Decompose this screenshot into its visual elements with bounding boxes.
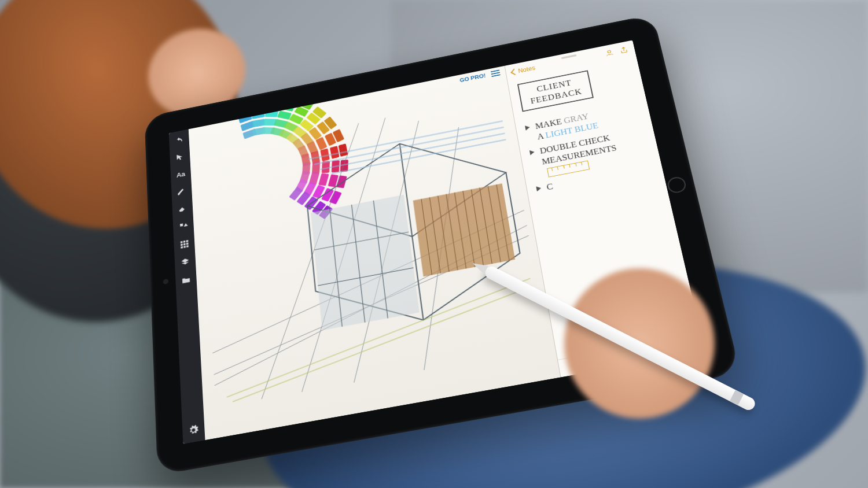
note-title-box: CLIENT FEEDBACK	[517, 71, 594, 112]
svg-line-27	[318, 268, 413, 286]
svg-line-28	[223, 279, 541, 397]
notes-back-button[interactable]: Notes	[511, 65, 536, 76]
svg-point-30	[608, 50, 611, 53]
drawing-app[interactable]: Aa GO PRO!	[169, 66, 560, 444]
settings-icon[interactable]	[187, 423, 200, 438]
svg-rect-22	[311, 195, 420, 330]
chevron-left-icon	[510, 69, 518, 75]
share-icon[interactable]	[618, 45, 630, 56]
photo-scene: Aa GO PRO!	[0, 0, 868, 488]
people-icon[interactable]	[604, 48, 615, 58]
notes-back-label: Notes	[517, 65, 536, 75]
svg-line-10	[332, 139, 506, 173]
svg-line-29	[229, 286, 542, 401]
svg-line-1	[209, 236, 543, 375]
